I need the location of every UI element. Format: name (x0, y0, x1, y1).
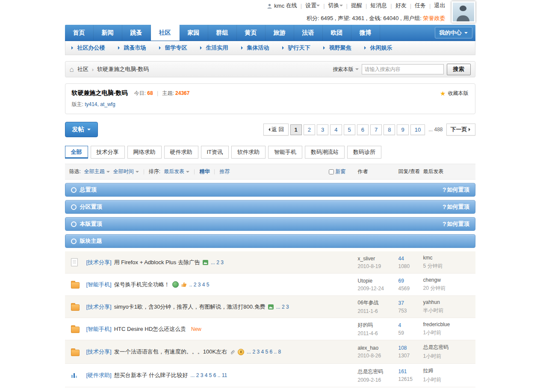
topbar-menu-item[interactable]: 提醒 (343, 2, 362, 9)
page-number-link[interactable]: 2 (304, 124, 315, 135)
page-number-link[interactable]: 10 (410, 124, 425, 135)
nav-item[interactable]: 首页 (65, 25, 94, 41)
my-center-button[interactable]: 我的中心 (435, 27, 472, 38)
nav-item[interactable]: 欧团 (323, 25, 351, 41)
how-to-stick-link[interactable]: ?如何置顶 (443, 203, 469, 211)
nav-item[interactable]: 微博 (351, 25, 380, 41)
thread-page-links[interactable]: ... 2 3 (211, 259, 224, 265)
nav-item[interactable]: 旅游 (266, 25, 294, 41)
topbar-menu-item[interactable]: 退出 (426, 2, 445, 9)
topbar-menu-item[interactable]: 短消息 (362, 2, 387, 9)
usergroup-link[interactable]: 荣誉政委 (423, 15, 446, 21)
last-poster-link[interactable]: 拉姆 (423, 367, 471, 374)
page-ellipsis[interactable]: ... 488 (427, 125, 444, 134)
favorite-forum-link[interactable]: ★收藏本版 (440, 90, 468, 97)
username-link[interactable]: kmc (274, 3, 284, 9)
page-number-link[interactable]: 1 (290, 124, 302, 135)
subnav-item[interactable]: 休闲娱乐 (364, 44, 392, 52)
thread-category-link[interactable]: [硬件求助] (86, 371, 112, 379)
nav-item[interactable]: 黄页 (237, 25, 266, 41)
moderator-links[interactable]: ty414, at_wfg (85, 101, 115, 107)
thread-title-link[interactable]: 发一个法语语言包，有速度的。。。100K左右 (114, 348, 227, 356)
search-input[interactable] (362, 64, 444, 74)
next-page-button[interactable]: 下一页 (446, 124, 475, 136)
page-number-link[interactable]: 8 (384, 124, 395, 135)
search-scope-dropdown[interactable]: 搜索本版 (333, 66, 359, 73)
last-poster-link[interactable]: fredericblue (423, 321, 471, 327)
category-tab[interactable]: 数码诊所 (347, 146, 381, 159)
last-poster-link[interactable]: yahhun (423, 299, 471, 305)
thread-page-links[interactable]: ... 2 3 4 5 6 .. 11 (190, 372, 227, 378)
thread-category-link[interactable]: [智能手机] (86, 281, 112, 289)
thread-category-link[interactable]: [技术分享] (86, 348, 112, 356)
page-number-link[interactable]: 4 (330, 124, 342, 135)
new-window-checkbox[interactable] (329, 169, 334, 174)
thread-author-link[interactable]: Utopie (358, 278, 398, 284)
subnav-item[interactable]: 集体活动 (241, 44, 269, 52)
thread-title-link[interactable]: 保号换手机完全功略！ (114, 281, 170, 289)
page-number-link[interactable]: 3 (317, 124, 328, 135)
page-number-link[interactable]: 6 (357, 124, 369, 135)
category-tab[interactable]: 硬件求助 (164, 146, 198, 159)
thread-title-link[interactable]: 用 Firefox + Adblock Plus 去除广告 (114, 259, 200, 266)
category-tab[interactable]: IT资讯 (201, 146, 229, 159)
category-tab[interactable]: 软件求助 (231, 146, 266, 159)
thread-page-links[interactable]: .. 2 3 4 5 (189, 282, 210, 288)
thread-category-link[interactable]: [技术分享] (86, 303, 112, 311)
how-to-stick-link[interactable]: ?如何置顶 (443, 220, 469, 228)
thread-author-link[interactable]: alex_hao (358, 345, 398, 351)
category-tab[interactable]: 网络求助 (127, 146, 162, 159)
thread-title-link[interactable]: HTC Desire HD怎么还这么贵 (114, 325, 186, 333)
last-post-time-link[interactable]: 20 分钟前 (423, 285, 471, 292)
back-button[interactable]: 返 回 (263, 124, 289, 136)
category-tab[interactable]: 技术分享 (91, 146, 125, 159)
how-to-stick-link[interactable]: ?如何置顶 (443, 186, 469, 194)
page-number-link[interactable]: 5 (344, 124, 355, 135)
thread-page-links[interactable]: ... 2 3 4 5 6 .. 8 (247, 349, 281, 355)
topbar-menu-item[interactable]: 切换 (320, 2, 342, 9)
breadcrumb-root-link[interactable]: 社区 (77, 65, 89, 73)
thread-category-link[interactable]: [智能手机] (86, 325, 112, 333)
nav-item[interactable]: 群组 (208, 25, 237, 41)
nav-item[interactable]: 家园 (180, 25, 208, 41)
digest-link[interactable]: 精华 (199, 168, 210, 175)
thread-author-link[interactable]: 好的吗 (358, 321, 398, 329)
subnav-item[interactable]: 留学专区 (159, 44, 187, 52)
sort-dropdown[interactable]: 最后发表 (164, 168, 189, 175)
subnav-item[interactable]: 驴行天下 (282, 44, 310, 52)
new-post-button[interactable]: 发帖 (65, 122, 98, 137)
search-button[interactable]: 搜索 (447, 64, 471, 75)
thread-category-link[interactable]: [技术分享] (86, 259, 112, 266)
new-window-toggle[interactable]: 新窗 (329, 168, 358, 175)
last-poster-link[interactable]: chengw (423, 277, 471, 283)
last-post-time-link[interactable]: 1小时前 (423, 329, 471, 336)
last-poster-link[interactable]: kmc (423, 255, 471, 261)
recommend-link[interactable]: 推荐 (219, 168, 230, 175)
thread-page-links[interactable]: ... 2 3 (276, 304, 289, 310)
subnav-item[interactable]: 视野聚焦 (323, 44, 351, 52)
last-post-time-link[interactable]: 5 分钟前 (423, 262, 471, 270)
topbar-menu-item[interactable]: 任务 (407, 2, 426, 9)
page-number-link[interactable]: 7 (370, 124, 382, 135)
thread-title-link[interactable]: 想买台新本子 什么牌子比较好 (114, 371, 188, 379)
topbar-menu-item[interactable]: 设置 (297, 2, 320, 9)
nav-item[interactable]: 新闻 (94, 25, 122, 41)
subnav-item[interactable]: 生活实用 (200, 44, 228, 52)
subnav-item[interactable]: 社区办公楼 (71, 44, 105, 52)
thread-title-link[interactable]: simyo卡1欧，含30分钟，推荐人，有图解说，激活打800.免费 (114, 303, 266, 311)
last-poster-link[interactable]: 总是忘密码 (423, 344, 471, 351)
nav-item[interactable]: 社区 (151, 25, 180, 41)
home-icon[interactable]: ⌂ (70, 66, 74, 73)
user-avatar[interactable] (451, 1, 475, 23)
thread-author-link[interactable]: 总是忘密码 (358, 368, 398, 375)
subnav-item[interactable]: 跳蚤市场 (118, 44, 146, 52)
thread-author-link[interactable]: x_sliver (358, 256, 398, 262)
category-tab[interactable]: 全部 (65, 146, 88, 159)
thread-author-link[interactable]: 06年参战 (358, 299, 398, 307)
nav-item[interactable]: 法语 (294, 25, 323, 41)
last-post-time-link[interactable]: 1小时前 (423, 353, 471, 360)
category-tab[interactable]: 智能手机 (268, 146, 302, 159)
topbar-menu-item[interactable]: 好友 (387, 2, 406, 9)
nav-item[interactable]: 跳蚤 (122, 25, 151, 41)
category-tab[interactable]: 数码潮流站 (305, 146, 345, 159)
